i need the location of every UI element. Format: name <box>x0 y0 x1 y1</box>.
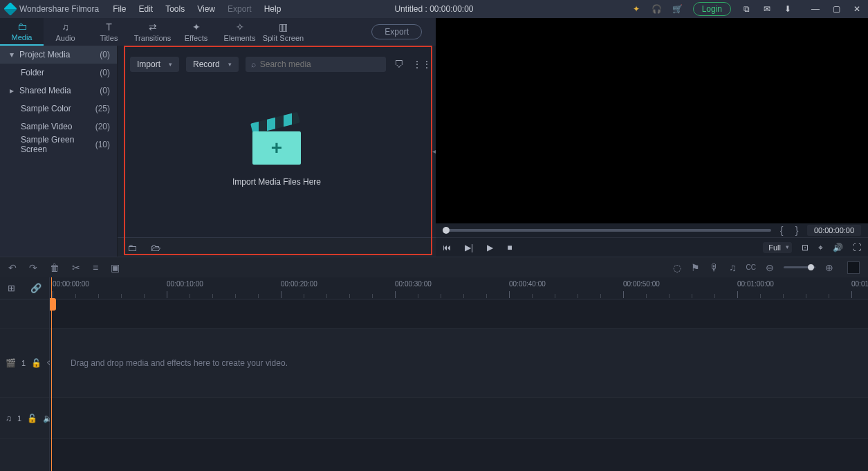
window-close-icon[interactable]: ✕ <box>851 3 862 15</box>
support-icon[interactable]: 🎧 <box>652 3 663 15</box>
sidebar-item-sample-green-screen[interactable]: Sample Green Screen (10) <box>0 136 117 154</box>
stop-icon[interactable]: ■ <box>507 243 512 252</box>
import-dropdown[interactable]: Import ▾ <box>130 57 179 72</box>
lock-icon[interactable]: 🔓 <box>27 414 37 423</box>
captions-icon[interactable]: CC <box>746 264 756 271</box>
store-icon[interactable]: 🛒 <box>672 3 683 15</box>
volume-icon[interactable]: 🔊 <box>833 243 843 252</box>
tab-effects[interactable]: ✦ Effects <box>174 18 218 46</box>
sidebar-item-sample-color[interactable]: Sample Color (25) <box>0 100 117 118</box>
zoom-out-icon[interactable]: ⊖ <box>766 262 774 273</box>
audio-mixer-icon[interactable]: ♫ <box>729 262 737 273</box>
grid-view-icon[interactable]: ⋮⋮ <box>412 59 425 70</box>
marker-icon[interactable]: ⚑ <box>691 262 700 273</box>
ruler-label: 00:01:00:00 <box>737 280 774 288</box>
add-folder-icon[interactable]: 🗁 <box>151 242 160 253</box>
spacer-track[interactable] <box>50 299 868 329</box>
export-button[interactable]: Export <box>371 24 422 39</box>
audio-track-header[interactable]: ♫ 1 🔓 🔈 <box>0 398 49 439</box>
media-toolbar: Import ▾ Record ▾ ⌕ ⛉ ⋮⋮ <box>130 54 425 75</box>
search-icon: ⌕ <box>251 59 256 69</box>
audio-track-1[interactable] <box>50 398 868 439</box>
mark-in-icon[interactable]: { <box>777 225 786 236</box>
login-button[interactable]: Login <box>693 2 731 16</box>
ruler-label: 00:00:30:00 <box>395 280 432 288</box>
window-minimize-icon[interactable]: — <box>810 3 821 15</box>
menu-file[interactable]: File <box>113 4 126 14</box>
tab-elements[interactable]: ✧ Elements <box>218 18 261 46</box>
safe-zone-icon[interactable]: ⊡ <box>802 243 809 252</box>
crop-icon[interactable]: ▣ <box>111 262 120 273</box>
menu-edit[interactable]: Edit <box>139 4 154 14</box>
sidebar-item-shared-media[interactable]: ▸ Shared Media (0) <box>0 82 117 100</box>
scrub-handle[interactable] <box>443 227 450 234</box>
preview-screen[interactable] <box>436 18 868 223</box>
sidebar-item-folder[interactable]: Folder (0) <box>0 64 117 82</box>
tab-transitions[interactable]: ⇄ Transitions <box>131 18 174 46</box>
timeline-panel: ⊞ 🔗 🎬 1 🔓 👁 ♫ 1 🔓 🔈 00:00:00:0000:00:10:… <box>0 277 868 471</box>
redo-icon[interactable]: ↷ <box>29 262 37 273</box>
menu-tools[interactable]: Tools <box>165 4 185 14</box>
lock-icon[interactable]: 🔓 <box>31 358 41 368</box>
video-track-label: 1 <box>21 359 26 367</box>
new-folder-icon[interactable]: 🗀 <box>127 242 137 253</box>
zoom-in-icon[interactable]: ⊕ <box>825 262 833 273</box>
filter-icon[interactable]: ⛉ <box>393 59 405 70</box>
record-dropdown[interactable]: Record ▾ <box>186 57 239 72</box>
undo-icon[interactable]: ↶ <box>8 262 17 273</box>
text-icon: T <box>106 21 112 33</box>
tab-titles[interactable]: T Titles <box>87 18 131 46</box>
tab-media[interactable]: 🗀 Media <box>0 18 44 46</box>
ruler-label: 00:00:40:00 <box>509 280 546 288</box>
sidebar-item-project-media[interactable]: ▾ Project Media (0) <box>0 46 117 64</box>
search-media-input[interactable] <box>260 59 380 69</box>
menu-export[interactable]: Export <box>228 4 252 14</box>
menu-help[interactable]: Help <box>264 4 281 14</box>
video-track-header[interactable]: 🎬 1 🔓 👁 <box>0 329 49 398</box>
menu-view[interactable]: View <box>197 4 215 14</box>
screenshot-icon[interactable]: ⧉ <box>741 3 752 15</box>
delete-icon[interactable]: 🗑 <box>50 262 59 273</box>
tab-split-screen[interactable]: ▥ Split Screen <box>261 18 305 46</box>
messages-icon[interactable]: ✉ <box>761 3 773 15</box>
panel-collapse-handle[interactable]: ◂ <box>431 138 436 165</box>
top-panel: 🗀 Media ♫ Audio T Titles ⇄ Transitions ✦… <box>0 18 868 257</box>
preview-quality-select[interactable]: Full <box>763 242 792 253</box>
track-headers: ⊞ 🔗 🎬 1 🔓 👁 ♫ 1 🔓 🔈 <box>0 277 50 471</box>
preview-scrub-bar[interactable] <box>443 229 771 232</box>
import-drop-label: Import Media Files Here <box>232 177 321 187</box>
title-right-cluster: ✦ 🎧 🛒 Login ⧉ ✉ ⬇ — ▢ ✕ <box>631 2 862 16</box>
voiceover-icon[interactable]: 🎙 <box>710 262 719 273</box>
play-icon[interactable]: ▶ <box>487 243 493 252</box>
background-color-chip[interactable] <box>847 261 860 274</box>
playhead[interactable] <box>51 277 52 471</box>
sidebar-item-sample-video[interactable]: Sample Video (20) <box>0 118 117 136</box>
tab-media-label: Media <box>12 33 33 41</box>
video-track-1[interactable]: Drag and drop media and effects here to … <box>50 329 868 398</box>
time-ruler[interactable]: 00:00:00:0000:00:10:0000:00:20:0000:00:3… <box>50 277 868 299</box>
play-to-next-icon[interactable]: ▶| <box>465 243 473 252</box>
ruler-label: 00:00:20:00 <box>281 280 317 288</box>
fullscreen-icon[interactable]: ⛶ <box>853 243 861 252</box>
step-back-icon[interactable]: ⏮ <box>443 243 451 252</box>
mark-out-icon[interactable]: } <box>792 225 802 236</box>
render-preview-icon[interactable]: ◌ <box>673 262 681 273</box>
track-manage-icon[interactable]: ⊞ <box>8 283 15 293</box>
split-clip-icon[interactable]: ✂ <box>72 262 80 273</box>
zoom-slider[interactable] <box>784 266 815 268</box>
import-drop-zone[interactable]: + Import Media Files Here <box>118 75 436 237</box>
edit-tools-icon[interactable]: ≡ <box>93 262 98 273</box>
link-icon[interactable]: 🔗 <box>30 283 41 293</box>
tab-titles-label: Titles <box>100 34 118 42</box>
snapshot-icon[interactable]: ⌖ <box>818 243 823 252</box>
library-column: 🗀 Media ♫ Audio T Titles ⇄ Transitions ✦… <box>0 18 436 257</box>
track-area[interactable]: 00:00:00:0000:00:10:0000:00:20:0000:00:3… <box>50 277 868 471</box>
search-media-wrap[interactable]: ⌕ <box>246 57 386 72</box>
window-maximize-icon[interactable]: ▢ <box>831 3 842 15</box>
tab-audio[interactable]: ♫ Audio <box>44 18 87 46</box>
preview-scrub-row: { } 00:00:00:00 <box>436 223 868 237</box>
tips-icon[interactable]: ✦ <box>631 3 642 15</box>
download-icon[interactable]: ⬇ <box>782 3 793 15</box>
zoom-handle[interactable] <box>808 264 814 270</box>
app-logo-icon <box>3 2 17 16</box>
